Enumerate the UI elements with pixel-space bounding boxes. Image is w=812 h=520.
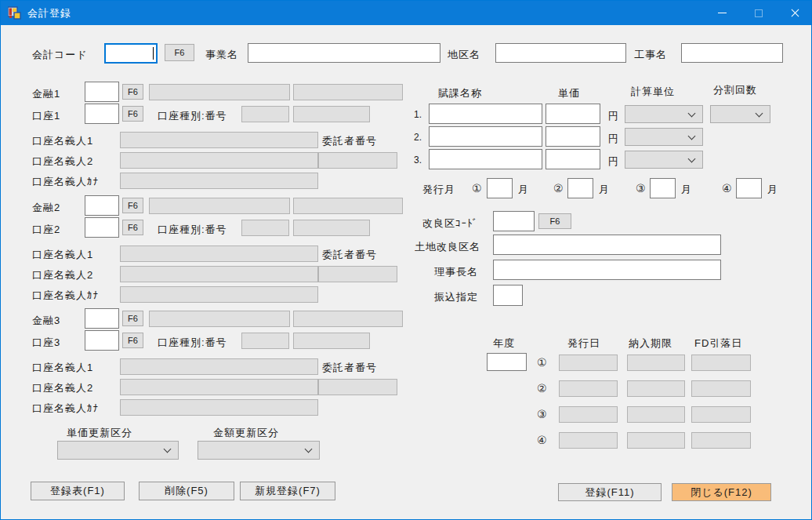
account2-f6-button[interactable]: F6 (122, 220, 143, 235)
chevron-down-icon (688, 155, 696, 162)
account2-label: 口座2 (32, 223, 60, 237)
amount-update-select[interactable] (198, 441, 320, 460)
district-name-label: 地区名 (448, 48, 480, 62)
consignor2-field (318, 266, 397, 282)
month-suffix-2: 月 (599, 183, 610, 197)
issue-month-mark-2: ② (553, 182, 564, 195)
district-code-input[interactable] (493, 211, 535, 231)
district-code-f6-button[interactable]: F6 (538, 213, 571, 229)
holder2-kana-label: 口座名義人ｶﾅ (32, 289, 99, 303)
holder3-1-label: 口座名義人1 (32, 361, 93, 375)
amount-update-label: 金額更新区分 (213, 426, 279, 440)
issue-month-input-1[interactable] (487, 178, 513, 198)
consignor2-label: 委託者番号 (322, 248, 377, 262)
bank2-branch-field (293, 198, 403, 214)
holder3-1-field (120, 358, 318, 375)
issue-date-header: 発行日 (567, 336, 600, 351)
levy-price-input-3[interactable] (546, 149, 600, 169)
unit-price-update-label: 単価更新区分 (67, 426, 132, 440)
account1-f6-button[interactable]: F6 (122, 106, 143, 122)
levy-row2-no: 2. (414, 132, 422, 143)
deadline-field-3 (627, 406, 685, 423)
issue-month-input-3[interactable] (650, 178, 676, 198)
close-window-button[interactable] (777, 1, 812, 25)
month-suffix-3: 月 (681, 183, 692, 197)
issue-month-input-2[interactable] (567, 178, 593, 198)
delete-button[interactable]: 削除(F5) (139, 482, 234, 500)
unit-price-update-select[interactable] (57, 441, 179, 460)
calc-unit-select-2[interactable] (625, 128, 703, 146)
holder1-kana-label: 口座名義人ｶﾅ (32, 175, 99, 189)
transfer-designation-input[interactable] (493, 285, 523, 306)
bank1-f6-button[interactable]: F6 (122, 84, 143, 100)
register-button[interactable]: 登録(F11) (558, 483, 662, 501)
holder2-1-field (120, 245, 318, 262)
bank2-name-field (149, 198, 290, 214)
land-district-name-label: 土地改良区名 (415, 240, 480, 254)
bank2-code-input[interactable] (85, 195, 119, 216)
issue-date-field-4 (559, 432, 618, 449)
land-district-name-input[interactable] (493, 235, 721, 255)
district-code-label: 改良区ｺｰﾄﾞ (422, 216, 478, 231)
levy-price-input-1[interactable] (546, 104, 600, 124)
levy-unit-price-header: 単価 (558, 86, 580, 100)
levy-name-input-2[interactable] (429, 126, 542, 147)
issue-month-input-4[interactable] (736, 178, 762, 198)
levy-price-input-2[interactable] (546, 126, 600, 147)
chevron-down-icon (164, 445, 172, 453)
holder1-kana-field (120, 173, 318, 189)
accounting-code-f6-button[interactable]: F6 (165, 44, 194, 61)
chairman-name-input[interactable] (493, 260, 721, 280)
construction-name-input[interactable] (681, 43, 783, 63)
business-name-input[interactable] (248, 43, 440, 63)
issue-month-mark-3: ③ (636, 182, 646, 195)
levy-calc-unit-header: 計算単位 (631, 85, 675, 99)
account3-label: 口座3 (32, 336, 60, 350)
bank3-code-input[interactable] (85, 308, 119, 329)
new-register-button[interactable]: 新規登録(F7) (240, 482, 335, 500)
bank2-label: 金融2 (32, 201, 60, 215)
fd-debit-field-3 (691, 406, 751, 423)
levy-name-input-1[interactable] (429, 104, 542, 124)
deadline-field-1 (627, 355, 685, 371)
accounting-code-input[interactable] (104, 43, 158, 64)
holder2-1-label: 口座名義人1 (32, 248, 93, 262)
bank3-f6-button[interactable]: F6 (122, 311, 143, 326)
calc-unit-select-3[interactable] (625, 151, 703, 169)
chevron-down-icon (688, 109, 696, 117)
account1-type-field (241, 106, 289, 122)
issue-date-field-1 (559, 355, 618, 371)
holder2-2-field (120, 266, 318, 282)
account2-code-input[interactable] (85, 217, 119, 238)
bank1-code-input[interactable] (85, 82, 119, 102)
bank1-name-field (149, 84, 290, 100)
close-button[interactable]: 閉じる(F12) (672, 483, 771, 501)
year-input[interactable] (487, 353, 527, 371)
construction-name-label: 工事名 (634, 48, 667, 62)
account3-type-label: 口座種別:番号 (158, 336, 227, 350)
schedule-row3-mark: ③ (537, 408, 547, 420)
fd-debit-header: FD引落日 (694, 336, 742, 351)
schedule-row4-mark: ④ (537, 434, 547, 446)
account2-type-label: 口座種別:番号 (158, 223, 227, 237)
account3-f6-button[interactable]: F6 (122, 333, 143, 348)
yen-label-1: 円 (608, 109, 619, 123)
yen-label-2: 円 (608, 132, 619, 146)
holder2-2-label: 口座名義人2 (32, 268, 93, 282)
app-icon (8, 6, 21, 20)
district-name-input[interactable] (495, 43, 626, 63)
holder1-2-field (120, 152, 318, 169)
account1-code-input[interactable] (85, 104, 119, 124)
account3-code-input[interactable] (85, 330, 119, 351)
bank3-branch-field (293, 311, 403, 327)
consignor3-field (318, 379, 397, 395)
bank1-branch-field (293, 84, 403, 100)
account1-number-field (293, 106, 370, 122)
levy-name-input-3[interactable] (429, 149, 542, 169)
titlebar[interactable]: 会計登録 (1, 1, 811, 25)
bank2-f6-button[interactable]: F6 (122, 198, 143, 213)
register-list-button[interactable]: 登録表(F1) (31, 482, 125, 500)
calc-unit-select-1[interactable] (625, 105, 703, 123)
minimize-button[interactable] (705, 1, 741, 25)
split-count-select[interactable] (710, 105, 770, 123)
